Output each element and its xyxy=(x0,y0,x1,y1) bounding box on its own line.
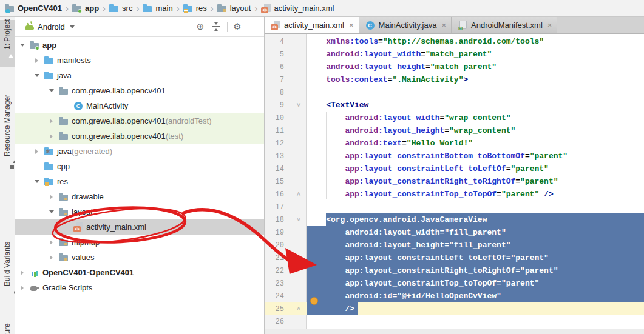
tree-collapse-arrow[interactable] xyxy=(18,269,26,276)
tab-androidmanifest-xml[interactable]: AndroidManifest.xml× xyxy=(452,17,557,33)
tree-collapse-arrow[interactable] xyxy=(47,253,55,261)
tab-label: MainActivity.java xyxy=(379,21,437,30)
breadcrumb-separator: › xyxy=(254,4,257,13)
breadcrumb: OpenCV401›app›src›main›res›layout›activi… xyxy=(0,0,644,17)
tree-row-java[interactable]: java (generated) xyxy=(15,144,264,159)
code-line-9[interactable]: 9˅ <TextView xyxy=(265,99,644,112)
tree-row-label: java xyxy=(57,147,72,156)
code-line-12[interactable]: 12 android:text="Hello World!" xyxy=(265,137,644,150)
breadcrumb-separator: › xyxy=(103,4,106,13)
collapse-all-button[interactable] xyxy=(210,21,222,33)
code-line-11[interactable]: 11 android:layout_height="wrap_content" xyxy=(265,124,644,137)
code-line-24[interactable]: 24 android:id="@+id/HelloOpenCvView" xyxy=(265,290,644,302)
tree-collapse-arrow[interactable] xyxy=(33,56,41,64)
tree-row-mipmap[interactable]: mipmap xyxy=(15,235,264,250)
code-line-26[interactable]: 26 xyxy=(265,315,644,328)
locate-file-button[interactable]: ⊕ xyxy=(194,21,206,33)
code-line-17[interactable]: 17 xyxy=(265,201,644,213)
tree-row-com-grewe-ilab-opencv401[interactable]: com.grewe.ilab.opencv401 xyxy=(15,83,264,98)
tool-button-1-project[interactable]: 1: Project xyxy=(0,22,15,50)
tree-row-drawable[interactable]: drawable xyxy=(15,189,264,204)
tree-row-manifests[interactable]: manifests xyxy=(15,53,264,68)
tree-row-label: app xyxy=(42,41,56,50)
tree-collapse-arrow[interactable] xyxy=(47,238,55,246)
gear-icon[interactable]: ⚙ xyxy=(231,21,243,33)
tree-collapse-arrow[interactable] xyxy=(47,132,55,140)
code-line-5[interactable]: 5 android:layout_width="match_parent" xyxy=(265,48,644,61)
code-line-15[interactable]: 15 app:layout_constraintRight_toRightOf=… xyxy=(265,175,644,188)
tree-expand-arrow[interactable] xyxy=(47,87,55,95)
line-number: 22 xyxy=(265,267,284,275)
gutter-line-13: 13 xyxy=(265,150,307,162)
project-view-selector[interactable]: Android xyxy=(21,22,75,32)
tool-button-build-variants[interactable]: Build Variants xyxy=(0,229,15,286)
code-text: android:id="@+id/HelloOpenCvView" xyxy=(307,290,644,302)
tree-row-layout[interactable]: layout xyxy=(15,204,264,219)
gutter-line-22: 22 xyxy=(265,264,307,277)
code-line-4[interactable]: 4 xmlns:tools="http://schemas.android.co… xyxy=(265,35,644,48)
tree-row-values[interactable]: values xyxy=(15,250,264,265)
tree-row-mainactivity[interactable]: MainActivity xyxy=(15,98,264,113)
tree-row-app[interactable]: app xyxy=(15,38,264,53)
breadcrumb-item-main[interactable]: main xyxy=(143,4,172,13)
code-line-25[interactable]: 25˄ /> xyxy=(265,302,644,315)
code-line-14[interactable]: 14 app:layout_constraintLeft_toLeftOf="p… xyxy=(265,162,644,175)
tree-row-java[interactable]: java xyxy=(15,68,264,83)
breadcrumb-item-res[interactable]: res xyxy=(183,4,207,13)
code-line-22[interactable]: 22 app:layout_constraintRight_toRightOf=… xyxy=(265,264,644,277)
code-line-23[interactable]: 23 app:layout_constraintTop_toTopOf="par… xyxy=(265,277,644,290)
code-line-16[interactable]: 16˄ app:layout_constraintTop_toTopOf="pa… xyxy=(265,188,644,201)
code-line-20[interactable]: 20 android:layout_height="fill_parent" xyxy=(265,239,644,252)
code-line-7[interactable]: 7 tools:context=".MainActivity"> xyxy=(265,73,644,86)
tree-collapse-arrow[interactable] xyxy=(18,284,26,292)
close-icon[interactable]: × xyxy=(547,21,552,30)
code-line-19[interactable]: 19 android:layout_width="fill_parent" xyxy=(265,226,644,239)
fold-end-icon[interactable]: ˄ xyxy=(294,188,303,201)
tree-row-cpp[interactable]: cpp xyxy=(15,159,264,174)
line-number: 18 xyxy=(265,216,284,224)
tree-expand-arrow[interactable] xyxy=(33,178,41,185)
tree-expand-arrow[interactable] xyxy=(47,208,55,216)
folder-pkg-icon xyxy=(59,132,69,141)
tree-row-com-grewe-ilab-opencv401[interactable]: com.grewe.ilab.opencv401 (androidTest) xyxy=(15,113,264,129)
fold-start-icon[interactable]: ˅ xyxy=(294,213,303,226)
tree-collapse-arrow[interactable] xyxy=(47,193,55,201)
code-editor[interactable]: 4 xmlns:tools="http://schemas.android.co… xyxy=(265,34,644,334)
tree-row-opencv401-opencv401[interactable]: OpenCV401-OpenCV401 xyxy=(15,265,264,280)
tool-button-resource-manager[interactable]: Resource Manager xyxy=(0,75,15,156)
code-line-13[interactable]: 13 app:layout_constraintBottom_toBottomO… xyxy=(265,150,644,162)
folder-app-icon xyxy=(30,41,39,50)
tree-collapse-arrow[interactable] xyxy=(47,117,55,125)
fold-start-icon[interactable]: ˅ xyxy=(294,99,303,112)
fold-end-icon[interactable]: ˄ xyxy=(294,302,303,315)
breadcrumb-item-opencv401[interactable]: OpenCV401 xyxy=(5,4,62,13)
tree-row-res[interactable]: res xyxy=(15,174,264,189)
line-number: 15 xyxy=(265,178,284,186)
code-line-18[interactable]: 18˅ <org.opencv.android.JavaCameraView xyxy=(265,213,644,226)
code-line-21[interactable]: 21 app:layout_constraintLeft_toLeftOf="p… xyxy=(265,252,644,264)
tree-row-activity-main-xml[interactable]: activity_main.xml xyxy=(15,219,264,235)
code-line-10[interactable]: 10 android:layout_width="wrap_content" xyxy=(265,112,644,124)
tree-row-com-grewe-ilab-opencv401[interactable]: com.grewe.ilab.opencv401 (test) xyxy=(15,129,264,144)
intention-bulb-icon[interactable] xyxy=(310,297,318,305)
breadcrumb-item-src[interactable]: src xyxy=(109,4,132,13)
tab-activity-main-xml[interactable]: activity_main.xml× xyxy=(265,17,359,33)
tool-button-structure[interactable]: Structure xyxy=(0,314,15,334)
line-number: 24 xyxy=(265,292,284,301)
code-line-8[interactable]: 8 xyxy=(265,86,644,99)
tab-label: AndroidManifest.xml xyxy=(471,21,543,30)
breadcrumb-item-app[interactable]: app xyxy=(72,4,99,13)
code-line-6[interactable]: 6 android:layout_height="match_parent" xyxy=(265,61,644,73)
tree-expand-arrow[interactable] xyxy=(33,72,41,79)
breadcrumb-item-activity-main-xml[interactable]: activity_main.xml xyxy=(261,4,334,13)
tree-collapse-arrow[interactable] xyxy=(33,147,41,155)
tab-mainactivity-java[interactable]: MainActivity.java× xyxy=(359,17,452,33)
close-icon[interactable]: × xyxy=(349,21,354,30)
close-icon[interactable]: × xyxy=(441,21,446,30)
divider xyxy=(227,22,228,32)
tree-expand-arrow[interactable] xyxy=(18,41,26,49)
hide-panel-button[interactable]: — xyxy=(247,21,259,33)
tree-row-gradle-scripts[interactable]: Gradle Scripts xyxy=(15,280,264,295)
folder-pkg2-icon xyxy=(59,238,69,247)
breadcrumb-item-layout[interactable]: layout xyxy=(217,4,251,13)
